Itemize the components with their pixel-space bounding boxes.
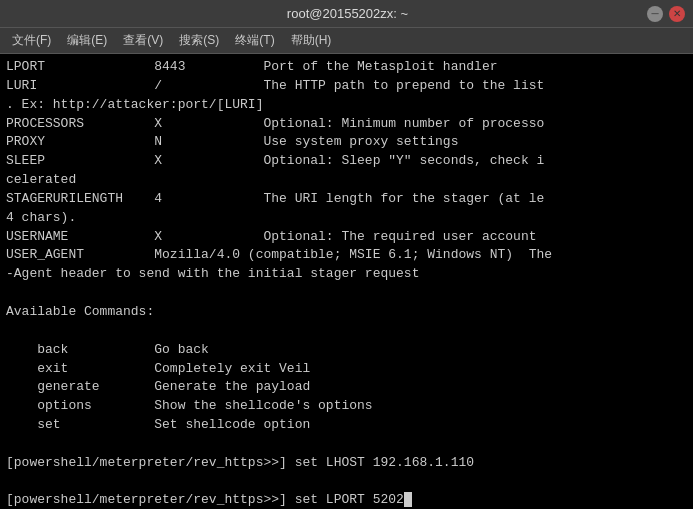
- menu-edit[interactable]: 编辑(E): [59, 28, 115, 53]
- menu-help[interactable]: 帮助(H): [283, 28, 340, 53]
- close-button[interactable]: ✕: [669, 6, 685, 22]
- title-bar-buttons: ─ ✕: [647, 6, 685, 22]
- menu-view[interactable]: 查看(V): [115, 28, 171, 53]
- menu-search[interactable]: 搜索(S): [171, 28, 227, 53]
- window-title: root@20155202zx: ~: [48, 6, 647, 21]
- menu-bar: 文件(F) 编辑(E) 查看(V) 搜索(S) 终端(T) 帮助(H): [0, 28, 693, 54]
- menu-file[interactable]: 文件(F): [4, 28, 59, 53]
- minimize-button[interactable]: ─: [647, 6, 663, 22]
- title-bar: root@20155202zx: ~ ─ ✕: [0, 0, 693, 28]
- menu-terminal[interactable]: 终端(T): [227, 28, 282, 53]
- terminal-cursor: [404, 492, 412, 507]
- terminal[interactable]: LPORT 8443 Port of the Metasploit handle…: [0, 54, 693, 509]
